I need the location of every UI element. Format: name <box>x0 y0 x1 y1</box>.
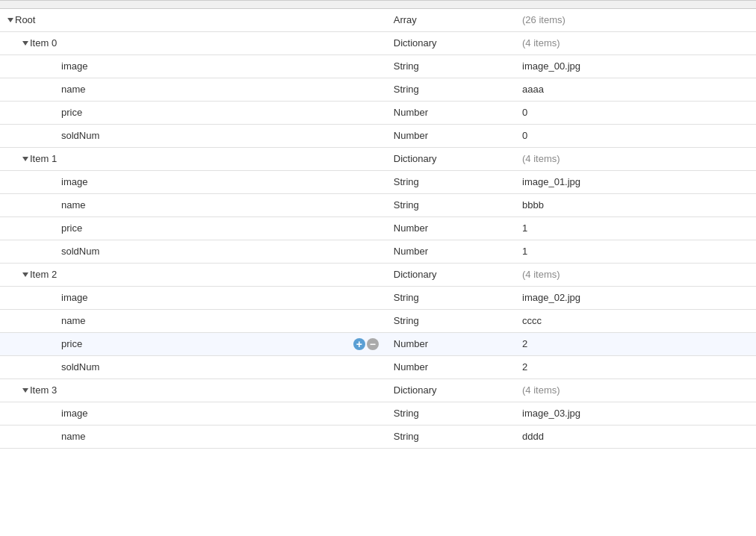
value-cell-item0: (4 items) <box>515 32 756 55</box>
key-cell-item0-price: price <box>0 102 386 125</box>
key-label: image <box>61 290 379 306</box>
value-cell-item0-price: 0 <box>515 102 756 125</box>
value-cell-item0-soldNum: 0 <box>515 125 756 148</box>
key-label: Item 1 <box>30 151 379 167</box>
table-row[interactable]: Item 3Dictionary(4 items) <box>0 379 756 402</box>
table-row[interactable]: nameStringbbbb <box>0 194 756 217</box>
table-row[interactable]: soldNumNumber2 <box>0 356 756 379</box>
value-cell-item0-name: aaaa <box>515 78 756 102</box>
key-label: name <box>61 313 379 329</box>
value-cell-item2-soldNum: 2 <box>515 356 756 379</box>
key-cell-item2-image: image <box>0 287 386 310</box>
type-cell-item2-price: Number <box>386 333 515 356</box>
table-row[interactable]: Item 1Dictionary(4 items) <box>0 148 756 171</box>
type-cell-item2-image: String <box>386 287 515 310</box>
key-cell-item0: Item 0 <box>0 32 386 55</box>
table-row[interactable]: priceNumber1 <box>0 217 756 240</box>
key-label: Root <box>15 12 379 28</box>
table-row[interactable]: Item 0Dictionary(4 items) <box>0 32 756 55</box>
type-cell-item1: Dictionary <box>386 148 515 171</box>
key-cell-item0-image: image <box>0 55 386 78</box>
collapse-triangle[interactable] <box>22 272 28 277</box>
type-cell-item0-image: String <box>386 55 515 78</box>
table-row[interactable]: imageStringimage_01.jpg <box>0 171 756 194</box>
table-row[interactable]: RootArray(26 items) <box>0 9 756 32</box>
key-cell-item2: Item 2 <box>0 264 386 287</box>
key-label: name <box>61 81 379 98</box>
type-cell-item2-soldNum: Number <box>386 356 515 379</box>
type-cell-item3-image: String <box>386 402 515 426</box>
key-label: Item 2 <box>30 267 379 283</box>
table-row[interactable]: imageStringimage_00.jpg <box>0 55 756 78</box>
type-cell-item2-name: String <box>386 310 515 333</box>
table-header-row <box>0 1 756 9</box>
type-cell-item1-price: Number <box>386 217 515 240</box>
key-label: soldNum <box>61 243 379 260</box>
key-label: image <box>61 405 379 422</box>
type-cell-item0-name: String <box>386 78 515 102</box>
key-label: soldNum <box>61 359 379 375</box>
add-button[interactable]: + <box>353 338 365 350</box>
key-label: soldNum <box>61 128 379 144</box>
type-cell-item0-price: Number <box>386 102 515 125</box>
table-row[interactable]: Item 2Dictionary(4 items) <box>0 264 756 287</box>
collapse-triangle[interactable] <box>22 41 28 46</box>
type-cell-root: Array <box>386 9 515 32</box>
type-cell-item1-soldNum: Number <box>386 240 515 264</box>
value-cell-root: (26 items) <box>515 9 756 32</box>
type-cell-item0-soldNum: Number <box>386 125 515 148</box>
type-cell-item1-image: String <box>386 171 515 194</box>
key-label: Item 0 <box>30 35 379 52</box>
value-cell-item1-name: bbbb <box>515 194 756 217</box>
value-cell-item0-image: image_00.jpg <box>515 55 756 78</box>
key-label: price <box>61 220 379 237</box>
key-cell-item3-name: name <box>0 426 386 449</box>
table-row[interactable]: soldNumNumber0 <box>0 125 756 148</box>
key-cell-item0-name: name <box>0 78 386 102</box>
property-list-table: RootArray(26 items)Item 0Dictionary(4 it… <box>0 0 756 449</box>
value-cell-item3-name: dddd <box>515 426 756 449</box>
column-header-type <box>386 1 515 9</box>
key-label: name <box>61 197 379 214</box>
table-row[interactable]: nameStringcccc <box>0 310 756 333</box>
key-cell-item1-price: price <box>0 217 386 240</box>
table-row[interactable]: imageStringimage_03.jpg <box>0 402 756 426</box>
value-cell-item3-image: image_03.jpg <box>515 402 756 426</box>
table-row[interactable]: price + − Number2 <box>0 333 756 356</box>
table-row[interactable]: soldNumNumber1 <box>0 240 756 264</box>
remove-button[interactable]: − <box>367 338 379 350</box>
value-cell-item1-image: image_01.jpg <box>515 171 756 194</box>
value-cell-item1-price: 1 <box>515 217 756 240</box>
collapse-triangle[interactable] <box>22 157 28 161</box>
type-cell-item1-name: String <box>386 194 515 217</box>
key-cell-root: Root <box>0 9 386 32</box>
table-row[interactable]: imageStringimage_02.jpg <box>0 287 756 310</box>
collapse-triangle[interactable] <box>22 388 28 393</box>
table-row[interactable]: nameStringaaaa <box>0 78 756 102</box>
table-row[interactable]: nameStringdddd <box>0 426 756 449</box>
key-label: image <box>61 174 379 190</box>
key-cell-item0-soldNum: soldNum <box>0 125 386 148</box>
key-label: image <box>61 58 379 75</box>
column-header-key <box>0 1 386 9</box>
key-cell-item3: Item 3 <box>0 379 386 402</box>
value-cell-item3: (4 items) <box>515 379 756 402</box>
key-label: name <box>61 429 379 445</box>
key-cell-item3-image: image <box>0 402 386 426</box>
value-cell-item2: (4 items) <box>515 264 756 287</box>
column-header-value <box>515 1 756 9</box>
table-row[interactable]: priceNumber0 <box>0 102 756 125</box>
collapse-triangle[interactable] <box>7 18 13 22</box>
key-cell-item1-image: image <box>0 171 386 194</box>
key-cell-item2-soldNum: soldNum <box>0 356 386 379</box>
value-cell-item1: (4 items) <box>515 148 756 171</box>
type-cell-item3: Dictionary <box>386 379 515 402</box>
key-cell-item2-price: price + − <box>0 333 386 356</box>
key-cell-item1-soldNum: soldNum <box>0 240 386 264</box>
key-label: price <box>61 105 379 121</box>
key-label: price <box>61 336 349 352</box>
key-cell-item1: Item 1 <box>0 148 386 171</box>
value-cell-item2-image: image_02.jpg <box>515 287 756 310</box>
type-cell-item0: Dictionary <box>386 32 515 55</box>
key-cell-item2-name: name <box>0 310 386 333</box>
